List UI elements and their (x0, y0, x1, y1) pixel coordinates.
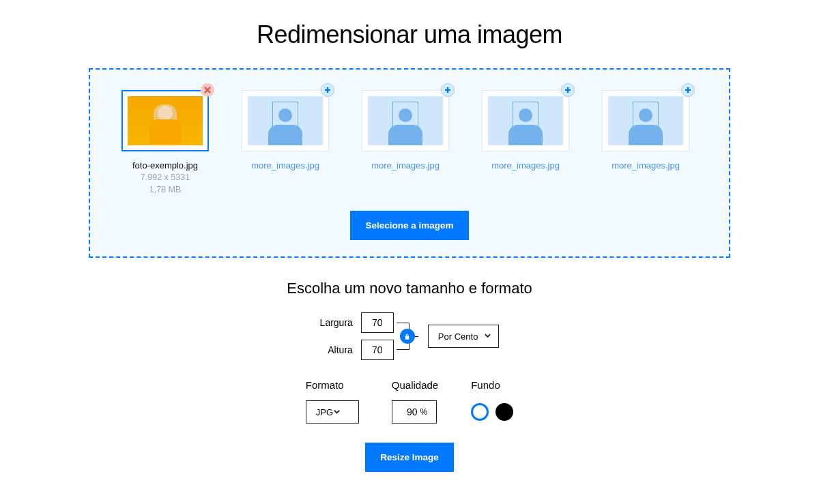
format-select[interactable]: JPG (306, 400, 359, 424)
thumb-filesize: 1,78 MB (132, 184, 198, 196)
thumb-caption: more_images.jpg (251, 160, 319, 172)
thumb-caption: more_images.jpg (612, 160, 680, 172)
quality-label: Qualidade (392, 379, 438, 391)
quality-input[interactable] (401, 406, 417, 417)
add-icon[interactable] (321, 83, 334, 97)
thumb-frame[interactable] (482, 90, 569, 151)
height-label: Altura (328, 344, 353, 355)
section-title: Escolha um novo tamanho e formato (0, 280, 819, 297)
placeholder-thumb[interactable]: more_images.jpg (595, 90, 696, 196)
thumb-filename: more_images.jpg (612, 160, 680, 172)
thumb-image (128, 96, 203, 145)
add-icon[interactable] (441, 83, 455, 97)
thumb-caption: more_images.jpg (491, 160, 560, 172)
placeholder-thumb[interactable]: more_images.jpg (355, 90, 456, 196)
placeholder-image (248, 96, 323, 145)
options-row: Formato JPG Qualidade % Fundo (0, 379, 819, 424)
uploaded-thumb[interactable]: foto-exemplo.jpg 7.992 x 5331 1,78 MB (115, 90, 216, 196)
thumb-dimensions: 7.992 x 5331 (132, 172, 198, 184)
height-input[interactable] (361, 340, 394, 360)
aspect-link-bracket (397, 312, 416, 360)
dropzone[interactable]: foto-exemplo.jpg 7.992 x 5331 1,78 MB mo… (89, 68, 730, 258)
add-icon[interactable] (681, 83, 695, 97)
select-image-button[interactable]: Selecione a imagem (350, 211, 468, 240)
size-controls: Largura Altura Por Cento (0, 312, 819, 360)
thumb-caption: foto-exemplo.jpg 7.992 x 5331 1,78 MB (132, 160, 198, 196)
thumb-filename: more_images.jpg (491, 160, 560, 172)
quality-field[interactable]: % (392, 400, 437, 424)
remove-icon[interactable] (201, 83, 214, 97)
thumb-frame[interactable] (242, 90, 329, 151)
thumb-frame[interactable] (602, 90, 689, 151)
format-col: Formato JPG (306, 379, 359, 424)
lock-icon[interactable] (400, 329, 415, 344)
page-title: Redimensionar uma imagem (0, 20, 819, 49)
thumb-filename: more_images.jpg (251, 160, 319, 172)
thumb-filename: more_images.jpg (371, 160, 440, 172)
placeholder-thumb[interactable]: more_images.jpg (475, 90, 576, 196)
chevron-down-icon (484, 331, 491, 342)
quality-suffix: % (420, 407, 427, 417)
thumbnails-row: foto-exemplo.jpg 7.992 x 5331 1,78 MB mo… (115, 90, 704, 196)
placeholder-image (488, 96, 563, 145)
thumb-frame[interactable] (362, 90, 449, 151)
placeholder-image (608, 96, 683, 145)
format-value: JPG (316, 407, 333, 417)
thumb-caption: more_images.jpg (371, 160, 440, 172)
width-label: Largura (320, 317, 353, 328)
thumb-frame[interactable] (121, 90, 209, 151)
placeholder-thumb[interactable]: more_images.jpg (235, 90, 336, 196)
background-swatch-white[interactable] (471, 403, 489, 421)
add-icon[interactable] (561, 83, 575, 97)
placeholder-image (368, 96, 443, 145)
background-col: Fundo (471, 379, 513, 424)
thumb-filename: foto-exemplo.jpg (132, 160, 198, 172)
unit-select-value: Por Cento (438, 331, 478, 342)
background-swatch-black[interactable] (495, 403, 513, 421)
chevron-down-icon (333, 407, 341, 417)
resize-button[interactable]: Resize Image (365, 443, 454, 472)
quality-col: Qualidade % (392, 379, 438, 424)
unit-select[interactable]: Por Cento (428, 325, 500, 348)
background-label: Fundo (471, 379, 513, 391)
width-input[interactable] (361, 312, 394, 333)
format-label: Formato (306, 379, 359, 391)
